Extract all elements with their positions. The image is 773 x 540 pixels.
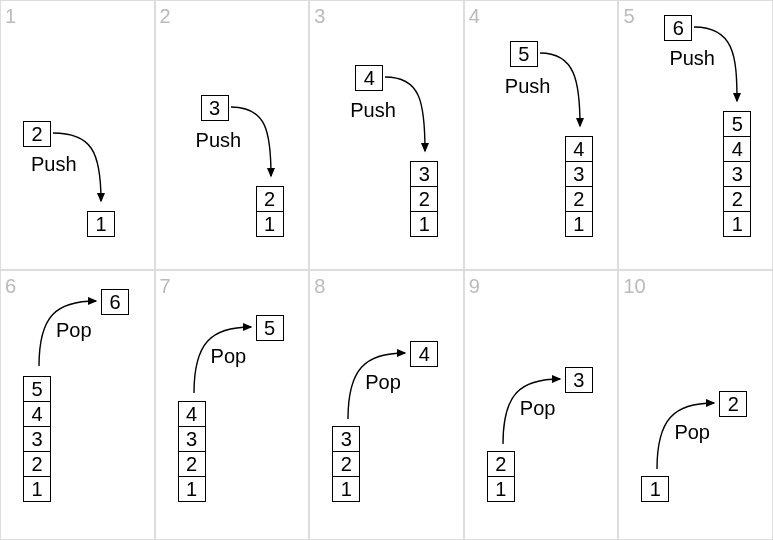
stack-cell: 5 [23,376,51,402]
panel-6: 6 6 Pop 5 4 3 2 1 [0,270,155,540]
stack-cell: 3 [23,426,51,452]
panel-8: 8 4 Pop 3 2 1 [309,270,464,540]
stack-diagram: 1 2 Push 1 2 3 Push 2 1 3 4 Push [0,0,773,540]
push-arrow-icon [1,1,156,271]
stack-cell: 2 [487,451,515,477]
stack-cell: 1 [410,211,438,237]
stack-cell: 1 [641,476,669,502]
stack-cell: 5 [723,111,751,137]
stack-cell: 4 [178,401,206,427]
stack-cell: 2 [332,451,360,477]
stack-cell: 3 [410,161,438,187]
panel-5: 5 6 Push 5 4 3 2 1 [618,0,773,270]
panel-2: 2 3 Push 2 1 [155,0,310,270]
stack-cell: 2 [723,186,751,212]
stack-cell: 3 [565,161,593,187]
panel-7: 7 5 Pop 4 3 2 1 [155,270,310,540]
panel-grid: 1 2 Push 1 2 3 Push 2 1 3 4 Push [0,0,773,540]
stack-cell: 1 [565,211,593,237]
stack-cell: 1 [723,211,751,237]
stack-cell: 2 [178,451,206,477]
stack-cell: 2 [256,186,284,212]
stack-cell: 4 [723,136,751,162]
push-arrow-icon [156,1,311,271]
panel-3: 3 4 Push 3 2 1 [309,0,464,270]
stack-cell: 1 [178,476,206,502]
panel-10: 10 2 Pop 1 [618,270,773,540]
push-arrow-icon [465,1,620,271]
panel-9: 9 3 Pop 2 1 [464,270,619,540]
stack-cell: 3 [178,426,206,452]
stack-cell: 3 [332,426,360,452]
stack-cell: 4 [23,401,51,427]
stack-cell: 2 [565,186,593,212]
stack-cell: 1 [87,211,115,237]
stack-cell: 1 [23,476,51,502]
stack-cell: 1 [256,211,284,237]
stack-cell: 2 [410,186,438,212]
stack-cell: 1 [332,476,360,502]
panel-1: 1 2 Push 1 [0,0,155,270]
stack-cell: 4 [565,136,593,162]
stack-cell: 1 [487,476,515,502]
stack-cell: 3 [723,161,751,187]
push-arrow-icon [310,1,465,271]
stack-cell: 2 [23,451,51,477]
panel-4: 4 5 Push 4 3 2 1 [464,0,619,270]
